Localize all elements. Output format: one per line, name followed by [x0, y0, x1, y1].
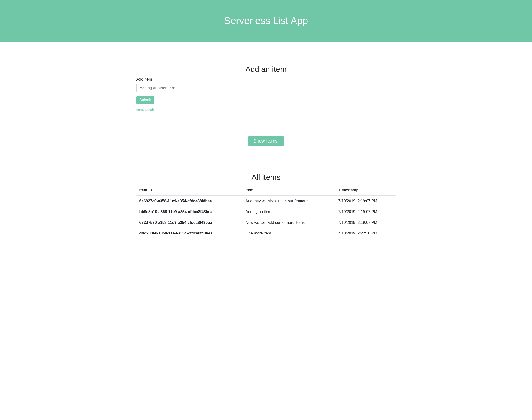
- item-text-cell: Now we can add some more items: [242, 217, 335, 228]
- table-row: ddd23060-a358-11e9-a354-cfdca8f48beaOne …: [136, 228, 396, 239]
- submit-button[interactable]: Submit: [136, 96, 154, 104]
- app-title: Serverless List App: [5, 15, 527, 26]
- show-items-section: Show Items!: [136, 136, 396, 146]
- add-item-heading: Add an item: [136, 65, 396, 74]
- items-table: Item ID Item Timestamp 6e6827c0-a358-11e…: [136, 185, 396, 239]
- table-row: 682d7590-a358-11e9-a354-cfdca8f48beaNow …: [136, 217, 396, 228]
- item-id-cell: 682d7590-a358-11e9-a354-cfdca8f48bea: [136, 217, 242, 228]
- show-items-button[interactable]: Show Items!: [248, 136, 283, 146]
- item-timestamp-cell: 7/10/2019, 2:22:38 PM: [335, 228, 396, 239]
- column-header-id: Item ID: [136, 185, 242, 196]
- item-timestamp-cell: 7/10/2019, 2:19:07 PM: [335, 195, 396, 207]
- status-message: Item Added!: [136, 108, 396, 112]
- item-text-cell: One more item: [242, 228, 335, 239]
- column-header-item: Item: [242, 185, 335, 196]
- item-text-cell: Adding an item: [242, 207, 335, 217]
- item-id-cell: 6e6827c0-a358-11e9-a354-cfdca8f48bea: [136, 195, 242, 207]
- add-item-section: Add an item Add item Submit Item Added!: [136, 65, 396, 112]
- column-header-timestamp: Timestamp: [335, 185, 396, 196]
- item-timestamp-cell: 7/10/2019, 2:19:07 PM: [335, 207, 396, 217]
- all-items-section: All items Item ID Item Timestamp 6e6827c…: [136, 173, 396, 239]
- table-row: bb9e8b10-a358-11e9-a354-cfdca8f48beaAddi…: [136, 207, 396, 217]
- app-header: Serverless List App: [0, 0, 532, 42]
- item-timestamp-cell: 7/10/2019, 2:19:07 PM: [335, 217, 396, 228]
- table-row: 6e6827c0-a358-11e9-a354-cfdca8f48beaAnd …: [136, 195, 396, 207]
- add-item-label: Add item: [136, 77, 396, 82]
- item-text-cell: And they will show up in our frontend: [242, 195, 335, 207]
- item-id-cell: bb9e8b10-a358-11e9-a354-cfdca8f48bea: [136, 207, 242, 217]
- add-item-input[interactable]: [136, 84, 396, 92]
- all-items-heading: All items: [136, 173, 396, 182]
- item-id-cell: ddd23060-a358-11e9-a354-cfdca8f48bea: [136, 228, 242, 239]
